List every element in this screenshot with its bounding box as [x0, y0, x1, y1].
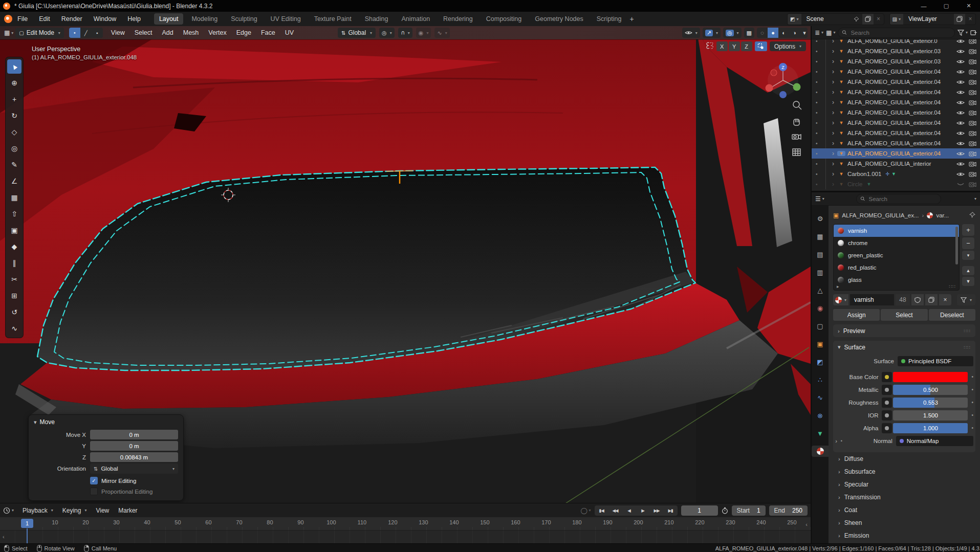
playhead[interactable]: 1	[21, 519, 33, 528]
proportional-editing-dropdown[interactable]: ◉▾	[416, 28, 431, 38]
properties-tab-collection[interactable]: ▢	[812, 320, 829, 332]
checkbox[interactable]: ✓	[90, 477, 98, 484]
play-reverse-button[interactable]: ◀	[622, 505, 636, 516]
orientation-dropdown[interactable]: ⇅ Global ▾	[338, 28, 376, 38]
pin-id-icon[interactable]	[969, 212, 975, 219]
fake-user-shield-icon[interactable]	[911, 294, 924, 305]
viewport-menu-face[interactable]: Face	[261, 29, 275, 36]
tool-bevel[interactable]: ◆	[7, 239, 21, 254]
menu-edit[interactable]: Edit	[39, 15, 50, 23]
expand-chevron-icon[interactable]: ›	[829, 58, 837, 65]
slot-move-down-button[interactable]: ▼	[962, 277, 974, 286]
workspace-tab[interactable]: Rendering	[438, 13, 478, 25]
gizmo-y-axis[interactable]	[793, 83, 801, 91]
workspace-tab[interactable]: Scripting	[592, 13, 627, 25]
slot-expand-icon[interactable]: ▸	[837, 284, 839, 289]
minimize-button[interactable]: —	[912, 0, 935, 12]
properties-tab-object[interactable]: ▣	[812, 338, 829, 349]
outliner-row[interactable]: • › ▼ ALFA_ROMEO_GIULIA_exterior.04	[812, 107, 980, 118]
slot-move-up-button[interactable]: ▲	[962, 266, 974, 275]
camera-visibility-icon[interactable]	[969, 120, 977, 126]
assign-button[interactable]: Assign	[833, 309, 880, 321]
properties-tab-tool[interactable]: ⚙	[812, 213, 829, 224]
snap-blue-icon[interactable]	[755, 41, 767, 51]
timeline-menu-keying[interactable]: Keying▾	[59, 507, 91, 514]
tool-loop-cut[interactable]: ∥	[7, 256, 21, 270]
tool-inset-faces[interactable]: ▣	[7, 223, 21, 237]
jump-start-button[interactable]: ▮◀	[595, 505, 608, 516]
timeline-ruler[interactable]: 1 10203040506070809010011012013014015016…	[0, 517, 811, 531]
expand-chevron-icon[interactable]: ›	[829, 140, 837, 147]
viewport-menu-uv[interactable]: UV	[285, 29, 294, 36]
workspace-tab[interactable]: Shading	[360, 13, 394, 25]
camera-visibility-icon[interactable]	[969, 151, 977, 157]
start-frame-field[interactable]: Start1	[732, 505, 766, 516]
workspace-tab[interactable]: UV Editing	[266, 13, 306, 25]
material-slot[interactable]: chrome	[834, 237, 959, 249]
panel-diffuse[interactable]: ›Diffuse	[833, 452, 975, 465]
properties-tab-world[interactable]: ◉	[812, 302, 829, 314]
camera-visibility-icon[interactable]	[969, 79, 977, 85]
menu-file[interactable]: File	[17, 15, 28, 23]
hide-eye-icon[interactable]	[956, 69, 965, 75]
expand-chevron-icon[interactable]: ›	[829, 150, 837, 157]
viewport-menu-select[interactable]: Select	[135, 29, 153, 36]
xray-toggle[interactable]: ▩	[744, 28, 754, 38]
tool-knife[interactable]: ✂	[7, 272, 21, 286]
slot-scrollbar[interactable]	[955, 227, 958, 264]
camera-visibility-icon[interactable]	[969, 182, 977, 187]
viewport-menu-view[interactable]: View	[111, 29, 125, 36]
outliner-row[interactable]: • › ▼ ALFA_ROMEO_GIULIA_exterior.03	[812, 56, 980, 67]
tool-poly-build[interactable]: ⊞	[7, 289, 21, 303]
properties-search-input[interactable]	[868, 195, 937, 203]
unlink-scene-icon[interactable]: ×	[874, 14, 884, 25]
expand-chevron-icon[interactable]: ›	[829, 109, 837, 116]
outliner-row[interactable]: • › ▼ ALFA_ROMEO_GIULIA_exterior.04	[812, 138, 980, 148]
tool-spin[interactable]: ↺	[7, 305, 21, 319]
workspace-tab[interactable]: Geometry Nodes	[530, 13, 588, 25]
timeline-menu-marker[interactable]: Marker▾	[115, 507, 141, 514]
outliner-row[interactable]: • › ▼ ALFA_ROMEO_GIULIA_exterior.03	[812, 46, 980, 56]
panel-grip[interactable]: ∷∷	[964, 328, 971, 334]
unlink-material-icon[interactable]: ×	[939, 294, 951, 305]
viewport-menu-add[interactable]: Add	[162, 29, 173, 36]
outliner-row[interactable]: • › ▼ ALFA_ROMEO_GIULIA_exterior.04	[812, 148, 980, 159]
move-operator-panel[interactable]: ▾ Move Move X 0 m Y 0 m Z 0.00843 m Orie…	[28, 414, 184, 501]
remove-slot-button[interactable]: −	[962, 237, 974, 249]
expand-chevron-icon[interactable]: ›	[829, 78, 837, 85]
value-slider[interactable]: 1.500	[893, 410, 968, 421]
slot-specials-dropdown[interactable]: ▾	[962, 251, 974, 260]
outliner-display-mode-icon[interactable]: ≣▾	[815, 29, 823, 36]
tool-annotate[interactable]: ✎	[7, 158, 21, 172]
tool-extrude-region[interactable]: ⇧	[7, 207, 21, 221]
properties-tab-constraints[interactable]: ⊗	[812, 410, 829, 421]
outliner-search[interactable]	[838, 28, 955, 38]
value-slider[interactable]: 1.000	[893, 423, 968, 433]
timeline-collapse-arrow[interactable]: ‹	[3, 534, 5, 540]
viewport-menu-edge[interactable]: Edge	[236, 29, 251, 36]
panel-grip[interactable]: ∷∷	[964, 345, 971, 350]
stopwatch-icon[interactable]	[722, 507, 728, 514]
hide-eye-icon[interactable]	[956, 49, 965, 54]
menu-window[interactable]: Window	[94, 15, 116, 23]
new-collection-icon[interactable]	[970, 30, 977, 36]
scene-icon[interactable]: ◩▾	[788, 14, 801, 25]
properties-tab-modifiers[interactable]: ◩	[812, 356, 829, 367]
hide-eye-icon[interactable]	[956, 141, 965, 146]
mirror-axis-x[interactable]: X	[716, 41, 728, 51]
tool-add-cube[interactable]: ▦	[7, 190, 21, 205]
panel-coat[interactable]: ›Coat	[833, 503, 975, 516]
expand-chevron-icon[interactable]: ›	[829, 89, 837, 96]
normal-expand-chevron[interactable]: ›	[833, 438, 839, 444]
material-filter-dropdown[interactable]: ▾	[957, 294, 975, 305]
expand-chevron-icon[interactable]: ›	[829, 99, 837, 106]
orientation-select[interactable]: ⇅ Global ▾	[90, 463, 178, 474]
hide-eye-icon[interactable]	[956, 161, 965, 167]
snap-magnet-dropdown[interactable]: ∪▾	[398, 28, 412, 38]
checkbox-row[interactable]: Proportional Editing	[90, 488, 178, 495]
filter-funnel-icon[interactable]: ▾	[957, 30, 968, 36]
tool-scale[interactable]: ◇	[7, 125, 21, 139]
workspace-tab[interactable]: Compositing	[481, 13, 527, 25]
timeline-editor-icon[interactable]: ▾	[3, 507, 14, 514]
breadcrumb-material[interactable]: var...	[936, 212, 949, 218]
